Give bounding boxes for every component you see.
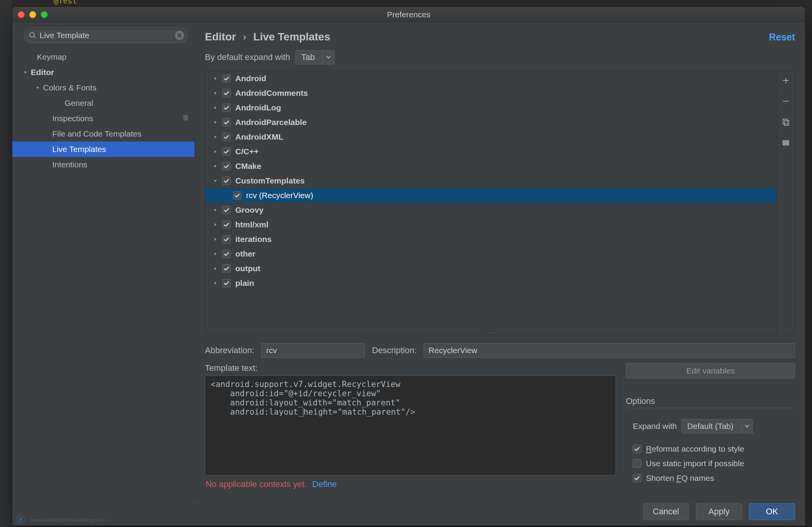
clear-search-button[interactable] [175, 31, 184, 40]
disclosure-open-icon[interactable] [211, 178, 219, 183]
disclosure-closed-icon[interactable] [211, 164, 219, 168]
template-label: AndroidComments [235, 88, 308, 98]
template-group-html-xml[interactable]: html/xml [205, 217, 777, 232]
minimize-window-button[interactable] [29, 11, 36, 18]
reset-button[interactable]: Reset [769, 32, 795, 43]
template-group-plain[interactable]: plain [205, 276, 777, 290]
template-group-groovy[interactable]: Groovy [205, 203, 777, 217]
checkbox[interactable] [222, 103, 231, 112]
checkbox[interactable] [222, 147, 231, 156]
template-item-rcv-recyclerview-[interactable]: rcv (RecyclerView) [205, 188, 777, 203]
checkbox[interactable] [222, 74, 231, 83]
select-value: Tab [296, 52, 322, 62]
chevron-down-icon[interactable] [741, 419, 753, 433]
svg-rect-5 [783, 142, 789, 143]
checkbox[interactable] [222, 279, 231, 287]
template-group-other[interactable]: other [205, 247, 777, 261]
cancel-button[interactable]: Cancel [643, 503, 689, 520]
disclosure-closed-icon[interactable] [211, 222, 219, 227]
define-context-link[interactable]: Define [312, 479, 337, 489]
disclosure-closed-icon[interactable] [211, 266, 219, 271]
ok-button[interactable]: OK [749, 503, 795, 520]
checkbox[interactable] [222, 133, 231, 141]
option-checkbox[interactable] [633, 474, 641, 482]
template-group-androidcomments[interactable]: AndroidComments [205, 86, 777, 100]
disclosure-closed-icon[interactable] [211, 105, 219, 110]
template-group-android[interactable]: Android [205, 71, 777, 86]
template-label: other [235, 249, 256, 258]
remove-button[interactable] [780, 96, 791, 107]
disclosure-closed-icon[interactable] [211, 120, 219, 125]
description-label: Description: [372, 345, 416, 355]
template-tree[interactable]: AndroidAndroidCommentsAndroidLogAndroidP… [205, 71, 777, 335]
option-label: Reformat according to style [646, 444, 744, 454]
sidebar-item-general[interactable]: General [12, 95, 195, 111]
expand-with-select[interactable]: Tab [295, 50, 334, 65]
search-field[interactable] [24, 28, 188, 43]
copy-button[interactable] [780, 117, 791, 127]
sidebar-item-inspections[interactable]: Inspections [12, 111, 195, 126]
checkbox[interactable] [222, 89, 231, 97]
disclosure-open-icon[interactable] [22, 70, 29, 75]
search-input[interactable] [40, 31, 173, 40]
breadcrumb-item: Live Templates [253, 31, 330, 43]
template-group-output[interactable]: output [205, 261, 777, 276]
disclosure-closed-icon[interactable] [211, 135, 219, 139]
sidebar-item-intentions[interactable]: Intentions [12, 157, 195, 172]
chevron-down-icon[interactable] [323, 50, 334, 64]
template-group-androidxml[interactable]: AndroidXML [205, 130, 777, 144]
disclosure-closed-icon[interactable] [211, 208, 219, 212]
disclosure-closed-icon[interactable] [211, 149, 219, 154]
checkbox[interactable] [222, 264, 231, 273]
add-button[interactable] [780, 75, 791, 86]
option-expand-select[interactable]: Default (Tab) [681, 419, 753, 434]
sidebar-item-file-and-code-templates[interactable]: File and Code Templates [12, 126, 195, 142]
abbreviation-input[interactable] [261, 343, 365, 358]
checkbox[interactable] [233, 191, 241, 200]
template-group-customtemplates[interactable]: CustomTemplates [205, 173, 777, 188]
apply-button[interactable]: Apply [696, 503, 742, 520]
checkbox[interactable] [222, 206, 231, 214]
template-text-editor[interactable]: <android.support.v7.widget.RecyclerView … [205, 375, 616, 475]
disclosure-closed-icon[interactable] [211, 76, 219, 81]
breadcrumb-item: Editor [205, 31, 236, 43]
disclosure-closed-icon[interactable] [211, 237, 219, 242]
splitter-handle[interactable] [485, 333, 497, 335]
sidebar-item-colors-fonts[interactable]: Colors & Fonts [12, 80, 195, 95]
disclosure-closed-icon[interactable] [211, 281, 219, 285]
close-window-button[interactable] [18, 11, 25, 18]
gutter [0, 0, 12, 527]
details-button[interactable] [780, 137, 791, 148]
titlebar[interactable]: Preferences [12, 7, 805, 22]
disclosure-closed-icon[interactable] [211, 91, 219, 95]
checkbox[interactable] [222, 162, 231, 170]
template-group-cmake[interactable]: CMake [205, 159, 777, 173]
sidebar-item-keymap[interactable]: Keymap [12, 49, 195, 65]
help-icon: ? [15, 515, 25, 525]
template-group-iterations[interactable]: iterations [205, 232, 777, 247]
edit-variables-button[interactable]: Edit variables [626, 363, 795, 379]
disclosure-closed-icon[interactable] [211, 252, 219, 256]
template-toolbar [777, 71, 795, 335]
dialog-footer: Cancel Apply OK [12, 497, 805, 525]
zoom-window-button[interactable] [41, 11, 48, 18]
template-label: Android [235, 74, 266, 83]
svg-rect-6 [783, 144, 789, 145]
template-group-androidlog[interactable]: AndroidLog [205, 100, 777, 115]
checkbox[interactable] [222, 235, 231, 243]
copy-profile-icon[interactable] [182, 114, 189, 123]
description-input[interactable] [424, 343, 795, 358]
checkbox[interactable] [222, 177, 231, 185]
settings-tree: KeymapEditorColors & FontsGeneralInspect… [12, 47, 195, 175]
checkbox[interactable] [222, 220, 231, 229]
sidebar-item-editor[interactable]: Editor [12, 65, 195, 80]
template-group-androidparcelable[interactable]: AndroidParcelable [205, 115, 777, 130]
checkbox[interactable] [222, 118, 231, 127]
template-group-c-c-[interactable]: C/C++ [205, 144, 777, 159]
disclosure-open-icon[interactable] [34, 85, 42, 90]
expand-with-label: By default expand with [205, 52, 290, 62]
option-checkbox[interactable] [633, 445, 641, 453]
checkbox[interactable] [222, 250, 231, 258]
option-checkbox[interactable] [633, 459, 641, 468]
sidebar-item-live-templates[interactable]: Live Templates [12, 142, 195, 157]
